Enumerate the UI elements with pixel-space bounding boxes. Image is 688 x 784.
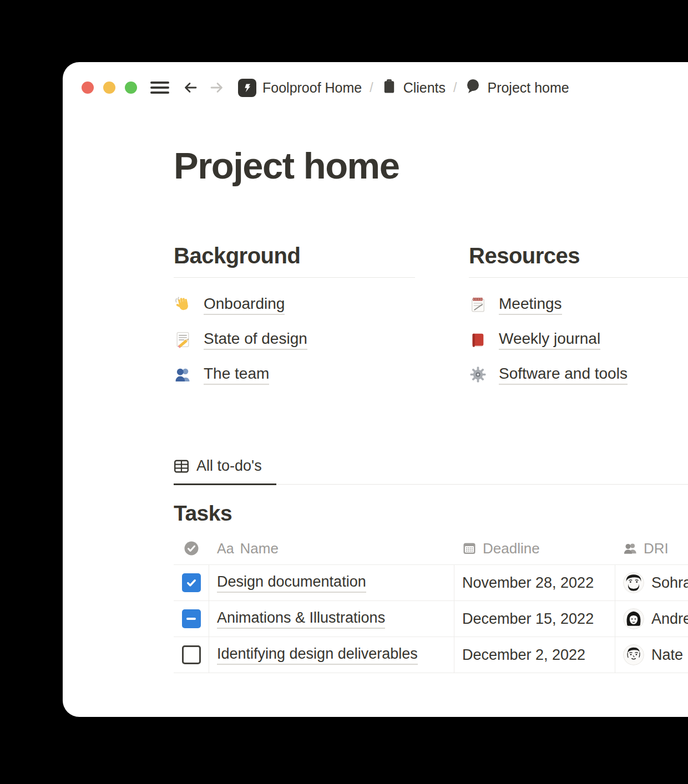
breadcrumb-label: Project home bbox=[487, 80, 569, 96]
breadcrumb-separator: / bbox=[453, 80, 457, 95]
tab-label: All to-do's bbox=[196, 457, 262, 475]
minimize-window-button[interactable] bbox=[103, 82, 115, 94]
clipboard-icon bbox=[381, 78, 397, 98]
breadcrumb-label: Clients bbox=[403, 80, 446, 96]
people-icon bbox=[623, 541, 638, 556]
tab-all-todos[interactable]: All to-do's bbox=[174, 457, 276, 485]
red-book-emoji bbox=[469, 331, 487, 349]
table-view-icon bbox=[174, 459, 189, 474]
page-title: Project home bbox=[174, 144, 688, 187]
task-deadline[interactable]: December 15, 2022 bbox=[462, 610, 594, 628]
table-row: Identifying design deliverables December… bbox=[174, 637, 688, 673]
table-row: Design documentation November 28, 2022 bbox=[174, 564, 688, 600]
breadcrumb-item-foolproof-home[interactable]: Foolproof Home bbox=[238, 79, 362, 97]
busts-emoji bbox=[174, 366, 191, 384]
column-header-label: DRI bbox=[644, 540, 669, 557]
section-title: Background bbox=[174, 243, 415, 268]
speech-bubble-icon bbox=[464, 78, 481, 98]
avatar bbox=[623, 572, 644, 593]
dri-name: Andrea bbox=[651, 610, 688, 628]
memo-emoji bbox=[174, 331, 191, 349]
task-name-link[interactable]: Design documentation bbox=[217, 573, 366, 593]
task-dri[interactable]: Andrea bbox=[623, 608, 688, 629]
sidebar-menu-icon[interactable] bbox=[150, 82, 169, 94]
todo-checkbox-checked[interactable] bbox=[182, 573, 201, 592]
breadcrumb-separator: / bbox=[369, 80, 373, 95]
page-link-onboarding[interactable]: Onboarding bbox=[174, 287, 415, 322]
breadcrumb: Foolproof Home / Clients / bbox=[238, 78, 569, 98]
section-background: Background bbox=[174, 243, 415, 392]
zoom-window-button[interactable] bbox=[125, 82, 137, 94]
back-arrow-icon[interactable] bbox=[181, 79, 199, 96]
spiral-notepad-emoji bbox=[469, 296, 487, 314]
page-link-label: Weekly journal bbox=[499, 330, 600, 350]
page-link-label: The team bbox=[204, 365, 269, 385]
page-link-label: Onboarding bbox=[204, 295, 285, 315]
page-link-label: Meetings bbox=[499, 295, 562, 315]
waving-hand-emoji bbox=[174, 296, 191, 314]
column-header-done[interactable] bbox=[174, 532, 209, 564]
app-window: Foolproof Home / Clients / bbox=[63, 62, 688, 717]
page-link-state-of-design[interactable]: State of design bbox=[174, 322, 415, 357]
check-circle-icon bbox=[184, 541, 199, 556]
avatar bbox=[623, 644, 644, 665]
task-name-link[interactable]: Identifying design deliverables bbox=[217, 645, 418, 665]
text-aa-icon: Aa bbox=[217, 541, 234, 557]
tasks-table: Aa Name Deadline bbox=[174, 532, 688, 673]
task-deadline[interactable]: November 28, 2022 bbox=[462, 574, 594, 592]
section-title: Resources bbox=[469, 243, 688, 268]
page-link-meetings[interactable]: Meetings bbox=[469, 287, 688, 322]
todo-checkbox-indeterminate[interactable] bbox=[182, 609, 201, 628]
column-header-dri[interactable]: DRI bbox=[615, 532, 688, 564]
dri-name: Nate Martins bbox=[651, 646, 688, 664]
column-header-label: Deadline bbox=[483, 540, 540, 557]
page-link-weekly-journal[interactable]: Weekly journal bbox=[469, 322, 688, 357]
avatar bbox=[623, 608, 644, 629]
divider bbox=[174, 277, 415, 278]
divider bbox=[469, 277, 688, 278]
close-window-button[interactable] bbox=[82, 82, 94, 94]
dri-name: Sohrab bbox=[651, 574, 688, 592]
task-dri[interactable]: Sohrab bbox=[623, 572, 688, 593]
section-resources: Resources bbox=[469, 243, 688, 392]
gear-emoji bbox=[469, 366, 487, 384]
forward-arrow-icon[interactable] bbox=[208, 79, 226, 96]
table-row: Animations & Illustrations December 15, … bbox=[174, 600, 688, 637]
link-columns: Background bbox=[174, 243, 688, 392]
column-header-deadline[interactable]: Deadline bbox=[454, 532, 615, 564]
view-tab-strip: All to-do's bbox=[174, 457, 688, 485]
breadcrumb-item-clients[interactable]: Clients bbox=[381, 78, 446, 98]
task-deadline[interactable]: December 2, 2022 bbox=[462, 646, 585, 664]
todo-checkbox-unchecked[interactable] bbox=[182, 645, 201, 664]
foolproof-logo bbox=[238, 79, 256, 97]
table-header-row: Aa Name Deadline bbox=[174, 532, 688, 564]
calendar-icon bbox=[462, 541, 477, 556]
task-name-link[interactable]: Animations & Illustrations bbox=[217, 609, 385, 629]
page-link-the-team[interactable]: The team bbox=[174, 357, 415, 392]
titlebar: Foolproof Home / Clients / bbox=[63, 62, 688, 113]
breadcrumb-label: Foolproof Home bbox=[262, 80, 362, 96]
tasks-title: Tasks bbox=[174, 501, 688, 526]
breadcrumb-item-project-home[interactable]: Project home bbox=[464, 78, 569, 98]
traffic-lights bbox=[82, 82, 137, 94]
page-link-label: State of design bbox=[204, 330, 307, 350]
page-link-label: Software and tools bbox=[499, 365, 628, 385]
column-header-name[interactable]: Aa Name bbox=[209, 532, 454, 564]
task-dri[interactable]: Nate Martins bbox=[623, 644, 688, 665]
page-link-software-and-tools[interactable]: Software and tools bbox=[469, 357, 688, 392]
column-header-label: Name bbox=[240, 540, 279, 557]
